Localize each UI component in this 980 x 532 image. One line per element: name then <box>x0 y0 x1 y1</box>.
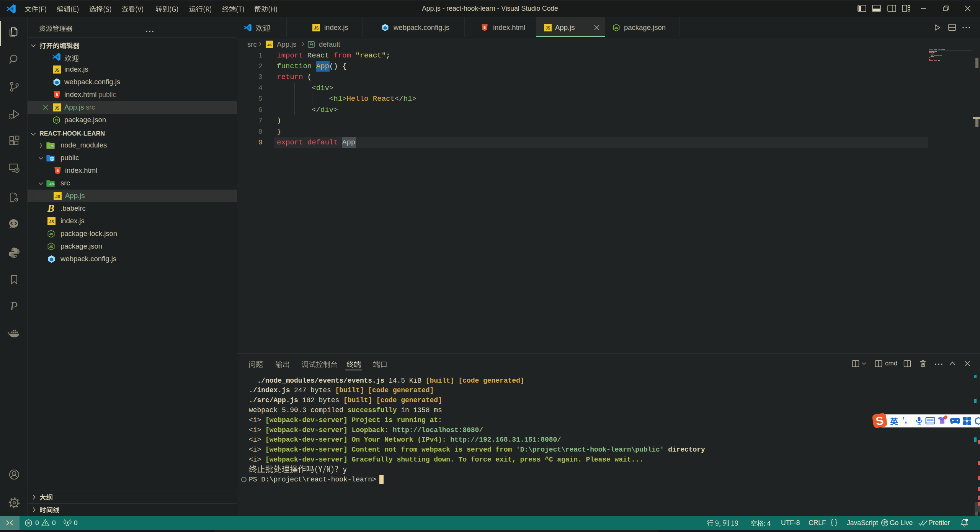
svg-text:JS: JS <box>54 118 59 122</box>
svg-text:5: 5 <box>57 169 59 173</box>
svg-text:</>: </> <box>49 182 55 186</box>
svg-text:JS: JS <box>49 219 54 224</box>
svg-text:5: 5 <box>483 25 486 29</box>
svg-text:JS: JS <box>55 194 60 199</box>
svg-text:JS: JS <box>49 232 53 236</box>
svg-text:JS: JS <box>614 26 618 29</box>
svg-text:JS: JS <box>54 68 59 72</box>
svg-text:5: 5 <box>56 93 58 97</box>
svg-text:JS: JS <box>267 43 272 47</box>
svg-text:JS: JS <box>546 26 550 30</box>
svg-text:JS: JS <box>49 245 53 249</box>
svg-text:JS: JS <box>314 26 319 30</box>
svg-text:JS: JS <box>54 106 59 110</box>
